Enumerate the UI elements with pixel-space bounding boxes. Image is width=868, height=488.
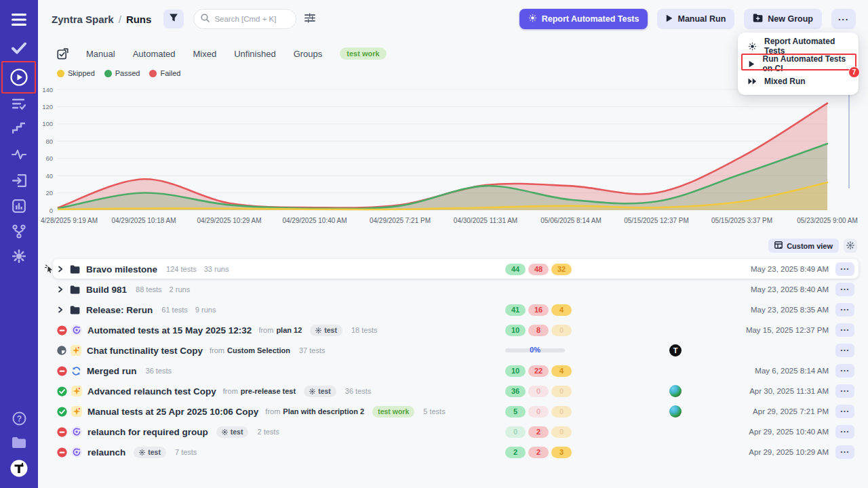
milestones-icon[interactable] bbox=[0, 118, 38, 138]
tag-badge: test work bbox=[372, 406, 414, 418]
run-name[interactable]: Merged run bbox=[87, 366, 137, 376]
analytics-icon[interactable] bbox=[0, 196, 38, 216]
custom-view-button[interactable]: Custom view bbox=[768, 239, 839, 253]
test-plans-icon[interactable] bbox=[0, 94, 38, 114]
group-name[interactable]: Build 981 bbox=[86, 285, 127, 295]
projects-folder-icon[interactable] bbox=[0, 432, 38, 453]
run-name[interactable]: Advanced relaunch test Copy bbox=[87, 386, 216, 396]
passed-count-badge: 10 bbox=[505, 365, 526, 377]
run-name[interactable]: relaunch bbox=[87, 447, 125, 458]
manual-run-button[interactable]: Manual Run bbox=[657, 9, 734, 29]
legend-label: Passed bbox=[115, 69, 140, 77]
hamburger-menu-icon[interactable] bbox=[0, 9, 38, 30]
view-settings-button[interactable] bbox=[844, 239, 857, 253]
tests-icon[interactable] bbox=[0, 38, 38, 58]
tab-groups[interactable]: Groups bbox=[294, 49, 323, 59]
group-row[interactable]: Build 98188 tests2 runsMay 23, 2025 8:40… bbox=[41, 279, 859, 300]
y-tick-label: 120 bbox=[42, 103, 53, 110]
manual-run-label: Manual Run bbox=[677, 14, 726, 24]
report-automated-tests-button[interactable]: Report Automated Tests bbox=[519, 9, 648, 29]
runs-icon-active[interactable] bbox=[0, 67, 38, 87]
select-runs-icon[interactable] bbox=[57, 48, 68, 60]
tab-manual[interactable]: Manual bbox=[86, 49, 115, 59]
table-view-icon bbox=[774, 241, 783, 250]
run-name[interactable]: Chat functinality test Copy bbox=[87, 346, 203, 356]
avatar-user bbox=[669, 405, 682, 418]
expand-chevron-icon[interactable] bbox=[57, 286, 64, 293]
gear-icon bbox=[139, 449, 145, 455]
row-more-button[interactable]: ··· bbox=[835, 283, 854, 296]
passed-dot-icon bbox=[104, 70, 112, 77]
failed-count-badge: 8 bbox=[528, 325, 549, 336]
search-input[interactable] bbox=[214, 15, 289, 23]
menu-item-report-automated-tests[interactable]: Report Automated Tests bbox=[738, 37, 859, 55]
search-box[interactable] bbox=[193, 9, 296, 29]
group-row[interactable]: Bravo milestone124 tests33 runs444832May… bbox=[41, 259, 859, 279]
menu-item-mixed-run[interactable]: Mixed Run bbox=[738, 73, 859, 90]
run-row[interactable]: Manual tests at 25 Apr 2025 10:06 Copyfr… bbox=[41, 401, 859, 422]
tests-count: 18 tests bbox=[351, 326, 378, 334]
chart-canvas: 0204060801001201404/28/2025 9:19 AM04/29… bbox=[39, 83, 863, 226]
row-more-button[interactable]: ··· bbox=[835, 405, 854, 418]
group-row[interactable]: Release: Rerun61 tests9 runs41164May 23,… bbox=[41, 300, 859, 320]
sidebar: ? bbox=[0, 0, 38, 488]
run-kind-mixed-icon bbox=[71, 366, 81, 376]
run-date: May 23, 2025 8:49 AM bbox=[751, 265, 829, 273]
run-type-tabs: Manual Automated Mixed Unfinished Groups… bbox=[57, 46, 387, 61]
result-badges: 020 bbox=[505, 426, 572, 438]
run-row[interactable]: Merged run36 tests10224May 6, 2025 8:14 … bbox=[41, 361, 859, 381]
legend-passed[interactable]: Passed bbox=[104, 69, 140, 77]
y-tick-label: 60 bbox=[45, 155, 53, 162]
app-logo[interactable] bbox=[0, 458, 38, 479]
menu-item-label: Mixed Run bbox=[764, 77, 806, 86]
run-name[interactable]: Automated tests at 15 May 2025 12:32 bbox=[87, 325, 252, 336]
tab-automated[interactable]: Automated bbox=[133, 49, 176, 59]
legend-label: Failed bbox=[160, 69, 180, 77]
menu-item-run-automated-tests-on-ci[interactable]: Run Automated Tests on CI bbox=[738, 55, 859, 73]
help-icon[interactable]: ? bbox=[0, 408, 38, 428]
runs-list: Bravo milestone124 tests33 runs444832May… bbox=[41, 259, 859, 462]
pulse-icon[interactable] bbox=[0, 144, 38, 165]
run-kind-manual-icon bbox=[71, 406, 82, 417]
new-group-button[interactable]: New Group bbox=[744, 9, 822, 29]
legend-failed[interactable]: Failed bbox=[149, 69, 180, 77]
filter-button[interactable] bbox=[163, 9, 184, 28]
legend-skipped[interactable]: Skipped bbox=[57, 69, 95, 77]
run-row[interactable]: Chat functinality test CopyfromCustom Se… bbox=[41, 340, 859, 361]
group-name[interactable]: Bravo milestone bbox=[86, 264, 157, 274]
import-icon[interactable] bbox=[0, 170, 38, 190]
breadcrumb-project[interactable]: Zyntra Spark bbox=[52, 14, 114, 25]
tab-mixed[interactable]: Mixed bbox=[193, 49, 217, 59]
expand-chevron-icon[interactable] bbox=[57, 266, 64, 272]
fast-forward-icon bbox=[748, 78, 757, 85]
tab-unfinished[interactable]: Unfinished bbox=[234, 49, 275, 59]
more-actions-button[interactable]: ··· bbox=[831, 9, 856, 29]
filter-pill-test-work[interactable]: test work bbox=[340, 47, 386, 60]
skipped-count-badge: 0 bbox=[551, 406, 572, 418]
row-more-button[interactable]: ··· bbox=[835, 425, 854, 439]
run-row[interactable]: Automated tests at 15 May 2025 12:32from… bbox=[41, 320, 859, 340]
run-name[interactable]: relaunch for required group bbox=[87, 427, 208, 437]
row-more-button[interactable]: ··· bbox=[835, 364, 854, 378]
run-name[interactable]: Manual tests at 25 Apr 2025 10:06 Copy bbox=[87, 407, 258, 417]
row-more-button[interactable]: ··· bbox=[835, 384, 854, 398]
x-tick-label: 05/23/2025 9:00 AM bbox=[797, 217, 858, 224]
branch-icon[interactable] bbox=[0, 221, 38, 241]
result-badges: 1080 bbox=[505, 325, 572, 336]
row-more-button[interactable]: ··· bbox=[835, 445, 854, 459]
row-more-button[interactable]: ··· bbox=[835, 262, 854, 276]
run-kind-manual-icon bbox=[71, 345, 81, 356]
view-options-button[interactable] bbox=[304, 13, 315, 26]
run-row[interactable]: relaunch for required grouptest2 tests02… bbox=[41, 422, 859, 442]
run-row[interactable]: relaunchtest7 tests223Apr 29, 2025 10:29… bbox=[41, 442, 859, 462]
group-name[interactable]: Release: Rerun bbox=[86, 305, 153, 315]
row-more-button[interactable]: ··· bbox=[835, 323, 854, 337]
row-more-button[interactable]: ··· bbox=[835, 303, 854, 317]
tag-badge: test bbox=[216, 426, 249, 438]
search-icon bbox=[201, 13, 210, 25]
row-more-button[interactable]: ··· bbox=[835, 344, 854, 357]
y-tick-label: 20 bbox=[45, 189, 53, 197]
settings-gear-icon[interactable] bbox=[0, 246, 38, 266]
expand-chevron-icon[interactable] bbox=[57, 306, 64, 313]
run-row[interactable]: Advanced relaunch test Copyfrompre-relea… bbox=[41, 381, 859, 401]
